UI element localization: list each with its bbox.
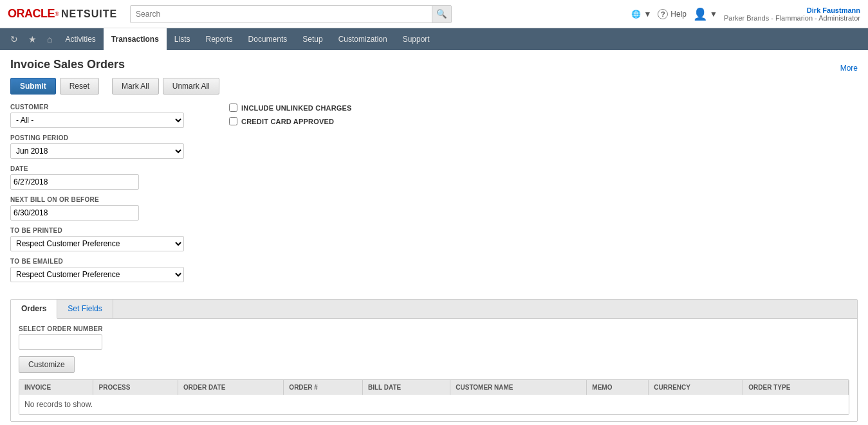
include-unlinked-label: INCLUDE UNLINKED CHARGES bbox=[241, 104, 352, 112]
posting-period-field-group: POSTING PERIOD Jun 2018 bbox=[10, 134, 203, 159]
orders-table: INVOICE PROCESS ORDER DATE ORDER # BILL … bbox=[19, 380, 849, 414]
page-title: Invoice Sales Orders bbox=[10, 58, 125, 71]
page-content: Invoice Sales Orders More Submit Reset M… bbox=[0, 50, 868, 425]
col-memo: MEMO bbox=[587, 380, 649, 395]
include-unlinked-row: INCLUDE UNLINKED CHARGES bbox=[229, 104, 858, 112]
date-input[interactable] bbox=[10, 174, 139, 190]
credit-card-checkbox[interactable] bbox=[229, 117, 237, 125]
credit-card-label: CREDIT CARD APPROVED bbox=[241, 118, 334, 125]
date-label: DATE bbox=[10, 165, 203, 172]
to-be-printed-label: TO BE PRINTED bbox=[10, 227, 203, 234]
user-dropdown-icon: ▼ bbox=[710, 10, 717, 19]
search-icon: 🔍 bbox=[436, 9, 447, 19]
customer-select[interactable]: - All - bbox=[10, 113, 184, 128]
top-header: ORACLE® NETSUITE 🔍 🌐 ▼ ? Help 👤 ▼ Dirk F… bbox=[0, 0, 868, 28]
form-right: INCLUDE UNLINKED CHARGES CREDIT CARD APP… bbox=[229, 104, 858, 289]
select-order-input[interactable] bbox=[19, 334, 102, 350]
logo: ORACLE® NETSUITE bbox=[8, 7, 117, 21]
col-order-num: ORDER # bbox=[284, 380, 363, 395]
next-bill-label: NEXT BILL ON OR BEFORE bbox=[10, 196, 203, 203]
globe-icon: 🌐 bbox=[631, 10, 641, 19]
no-records-row: No records to show. bbox=[19, 395, 849, 414]
table-section: INVOICE PROCESS ORDER DATE ORDER # BILL … bbox=[19, 379, 849, 415]
header-right: 🌐 ▼ ? Help 👤 ▼ Dirk Faustmann Parker Bra… bbox=[631, 6, 860, 22]
top-btn-row: Submit Reset Mark All Unmark All bbox=[10, 78, 858, 95]
page-title-row: Invoice Sales Orders More bbox=[10, 58, 858, 78]
posting-period-select[interactable]: Jun 2018 bbox=[10, 143, 184, 159]
nav-documents[interactable]: Documents bbox=[241, 28, 295, 50]
help-btn[interactable]: ? Help bbox=[658, 9, 687, 19]
user-info: Dirk Faustmann Parker Brands - Flammario… bbox=[724, 6, 860, 22]
form-left: CUSTOMER - All - POSTING PERIOD Jun 2018… bbox=[10, 104, 203, 289]
col-order-type: ORDER TYPE bbox=[743, 380, 849, 395]
col-order-date: ORDER DATE bbox=[178, 380, 283, 395]
help-circle-icon: ? bbox=[658, 9, 668, 19]
col-invoice: INVOICE bbox=[19, 380, 93, 395]
tab-set-fields[interactable]: Set Fields bbox=[57, 300, 113, 318]
more-link[interactable]: More bbox=[840, 64, 858, 73]
globe-icon-btn[interactable]: 🌐 ▼ bbox=[631, 10, 651, 19]
submit-button-top[interactable]: Submit bbox=[10, 78, 56, 95]
tabs-section: Orders Set Fields SELECT ORDER NUMBER Cu… bbox=[10, 299, 858, 422]
tab-orders[interactable]: Orders bbox=[11, 300, 57, 319]
nav-bar: ↻ ★ ⌂ Activities Transactions Lists Repo… bbox=[0, 28, 868, 50]
reset-button-top[interactable]: Reset bbox=[60, 78, 99, 95]
to-be-printed-field-group: TO BE PRINTED Respect Customer Preferenc… bbox=[10, 227, 203, 251]
tabs-body: SELECT ORDER NUMBER Customize INVOICE PR… bbox=[11, 319, 857, 421]
nav-home-icon[interactable]: ⌂ bbox=[42, 28, 57, 50]
select-order-section: SELECT ORDER NUMBER bbox=[19, 325, 849, 350]
nav-activities[interactable]: Activities bbox=[57, 28, 103, 50]
logo-oracle: ORACLE bbox=[8, 7, 55, 21]
user-name: Dirk Faustmann bbox=[724, 6, 860, 14]
unmark-all-button-top[interactable]: Unmark All bbox=[163, 78, 219, 95]
nav-reports[interactable]: Reports bbox=[198, 28, 241, 50]
search-button[interactable]: 🔍 bbox=[432, 6, 451, 23]
select-order-label: SELECT ORDER NUMBER bbox=[19, 325, 849, 332]
user-sub: Parker Brands - Flammarion - Administrat… bbox=[724, 14, 860, 22]
customer-field-group: CUSTOMER - All - bbox=[10, 104, 203, 128]
next-bill-input[interactable] bbox=[10, 205, 139, 221]
to-be-emailed-label: TO BE EMAILED bbox=[10, 258, 203, 265]
tabs-header: Orders Set Fields bbox=[11, 300, 857, 319]
to-be-emailed-select[interactable]: Respect Customer Preference bbox=[10, 267, 184, 282]
nav-star-icon[interactable]: ★ bbox=[23, 28, 42, 50]
date-field-group: DATE bbox=[10, 165, 203, 190]
nav-customization[interactable]: Customization bbox=[331, 28, 395, 50]
include-unlinked-checkbox[interactable] bbox=[229, 104, 237, 112]
customer-label: CUSTOMER bbox=[10, 104, 203, 111]
nav-refresh-icon[interactable]: ↻ bbox=[5, 28, 23, 50]
mark-all-button-top[interactable]: Mark All bbox=[112, 78, 159, 95]
col-currency: CURRENCY bbox=[649, 380, 743, 395]
no-records-cell: No records to show. bbox=[19, 395, 849, 414]
col-customer-name: CUSTOMER NAME bbox=[450, 380, 587, 395]
customize-button[interactable]: Customize bbox=[19, 356, 75, 373]
user-icon: 👤 bbox=[693, 7, 707, 21]
posting-period-label: POSTING PERIOD bbox=[10, 134, 203, 141]
nav-lists[interactable]: Lists bbox=[167, 28, 198, 50]
logo-reg: ® bbox=[55, 11, 59, 17]
user-btn[interactable]: 👤 ▼ bbox=[693, 7, 717, 21]
search-bar: 🔍 bbox=[130, 5, 452, 23]
logo-netsuite: NETSUITE bbox=[61, 8, 117, 20]
table-container: INVOICE PROCESS ORDER DATE ORDER # BILL … bbox=[19, 379, 849, 415]
next-bill-field-group: NEXT BILL ON OR BEFORE bbox=[10, 196, 203, 221]
globe-dropdown-icon: ▼ bbox=[643, 10, 651, 19]
help-label: Help bbox=[670, 10, 687, 19]
credit-card-row: CREDIT CARD APPROVED bbox=[229, 117, 858, 125]
col-bill-date: BILL DATE bbox=[362, 380, 450, 395]
nav-support[interactable]: Support bbox=[395, 28, 438, 50]
col-process: PROCESS bbox=[93, 380, 178, 395]
search-input[interactable] bbox=[131, 6, 432, 23]
to-be-printed-select[interactable]: Respect Customer Preference bbox=[10, 236, 184, 251]
nav-setup[interactable]: Setup bbox=[295, 28, 330, 50]
to-be-emailed-field-group: TO BE EMAILED Respect Customer Preferenc… bbox=[10, 258, 203, 282]
nav-transactions[interactable]: Transactions bbox=[104, 28, 167, 50]
table-header-row: INVOICE PROCESS ORDER DATE ORDER # BILL … bbox=[19, 380, 849, 395]
form-section: CUSTOMER - All - POSTING PERIOD Jun 2018… bbox=[10, 104, 858, 289]
